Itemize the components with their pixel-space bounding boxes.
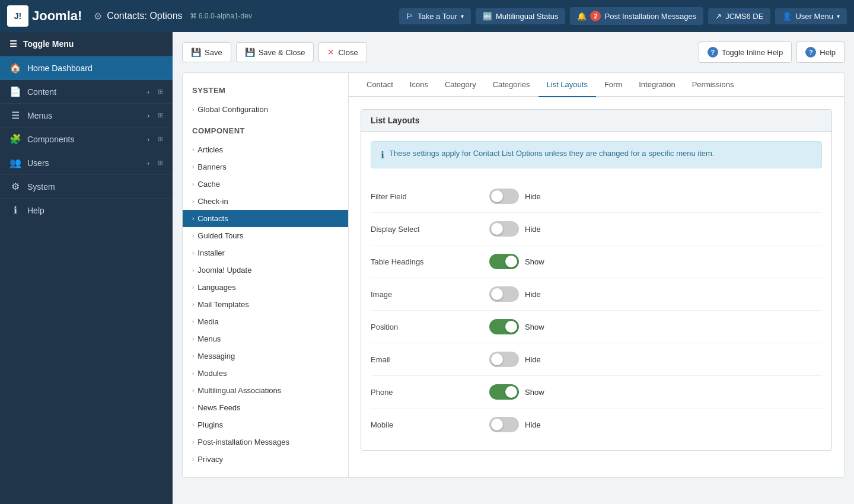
- tab-form[interactable]: Form: [596, 73, 630, 97]
- left-item-articles[interactable]: › Articles: [183, 141, 348, 158]
- chevron-right-icon: ›: [192, 336, 194, 342]
- sidebar-item-users[interactable]: 👥 Users › ⊞: [0, 151, 173, 175]
- sidebar-item-home-dashboard[interactable]: 🏠 Home Dashboard: [0, 56, 173, 80]
- toggle-phone[interactable]: [489, 384, 519, 400]
- help-icon: ?: [805, 47, 816, 58]
- chevron-right-icon: ›: [192, 198, 194, 205]
- chevron-right-icon: ›: [192, 106, 194, 113]
- grid-icon: ⊞: [158, 159, 163, 167]
- chevron-right-icon: ›: [192, 232, 194, 239]
- left-item-banners[interactable]: › Banners: [183, 158, 348, 176]
- left-item-privacy[interactable]: › Privacy: [183, 451, 348, 468]
- chevron-right-icon: ›: [192, 267, 194, 273]
- form-row-mobile: Mobile Hide: [371, 409, 822, 441]
- left-item-languages[interactable]: › Languages: [183, 279, 348, 296]
- form-row-filter-field: Filter Field Hide: [371, 180, 822, 213]
- help-circle-icon: ?: [708, 47, 718, 58]
- info-box: ℹ These settings apply for Contact List …: [371, 141, 822, 168]
- chevron-right-icon: ›: [192, 353, 194, 359]
- left-item-plugins[interactable]: › Plugins: [183, 416, 348, 433]
- sidebar-item-components[interactable]: 🧩 Components › ⊞: [0, 127, 173, 151]
- toggle-email[interactable]: [489, 352, 519, 367]
- tab-category[interactable]: Category: [436, 73, 485, 97]
- toggle-inline-help-button[interactable]: ? Toggle Inline Help: [699, 42, 792, 63]
- form-row-display-select: Display Select Hide: [371, 213, 822, 245]
- tab-contact[interactable]: Contact: [358, 73, 401, 97]
- tabs: Contact Icons Category Categories List L…: [349, 73, 844, 97]
- sidebar-item-content[interactable]: 📄 Content › ⊞: [0, 80, 173, 104]
- multilingual-icon: 🔤: [483, 12, 492, 21]
- help-button[interactable]: ? Help: [796, 42, 845, 63]
- user-menu-button[interactable]: 👤 User Menu ▾: [775, 8, 847, 24]
- left-item-multilingual-associations[interactable]: › Multilingual Associations: [183, 382, 348, 399]
- left-item-media[interactable]: › Media: [183, 313, 348, 330]
- toolbar: 💾 Save 💾 Save & Close ✕ Close ? Toggle I…: [182, 42, 845, 63]
- chevron-right-icon: ›: [192, 318, 194, 325]
- multilingual-status-button[interactable]: 🔤 Multilingual Status: [476, 8, 566, 24]
- chevron-down-icon: ▾: [461, 13, 464, 20]
- left-item-cache[interactable]: › Cache: [183, 176, 348, 193]
- component-section-title: Component: [183, 123, 348, 141]
- external-link-icon: ↗: [715, 12, 722, 21]
- left-item-check-in[interactable]: › Check-in: [183, 193, 348, 210]
- left-item-joomla-update[interactable]: › Joomla! Update: [183, 261, 348, 279]
- toggle-menu-button[interactable]: ☰ Toggle Menu: [0, 32, 173, 56]
- chevron-right-icon: ›: [192, 250, 194, 256]
- left-item-global-config[interactable]: › Global Configuration: [183, 101, 348, 118]
- left-item-menus[interactable]: › Menus: [183, 330, 348, 347]
- tab-list-layouts[interactable]: List Layouts: [538, 73, 596, 97]
- left-item-guided-tours[interactable]: › Guided Tours: [183, 227, 348, 244]
- page-title: ⚙ Contacts: Options ⌘ 6.0.0-alpha1-dev: [94, 11, 252, 22]
- grid-icon: ⊞: [158, 111, 163, 119]
- toggle-image[interactable]: [489, 286, 519, 302]
- components-icon: 🧩: [9, 133, 21, 145]
- chevron-right-icon: ›: [192, 422, 194, 428]
- left-item-contacts[interactable]: › Contacts: [183, 210, 348, 227]
- sidebar-item-help[interactable]: ℹ Help: [0, 199, 173, 222]
- tab-integration[interactable]: Integration: [630, 73, 683, 97]
- tab-categories[interactable]: Categories: [485, 73, 538, 97]
- save-close-icon: 💾: [245, 47, 255, 57]
- toggle-table-headings[interactable]: [489, 254, 519, 269]
- sidebar-item-system[interactable]: ⚙ System: [0, 175, 173, 199]
- chevron-right-icon: ›: [192, 284, 194, 291]
- users-icon: 👥: [9, 157, 21, 168]
- close-button[interactable]: ✕ Close: [318, 42, 367, 62]
- chevron-right-icon: ›: [192, 301, 194, 308]
- sidebar-item-menus[interactable]: ☰ Menus › ⊞: [0, 104, 173, 127]
- left-item-modules[interactable]: › Modules: [183, 365, 348, 382]
- tab-icons[interactable]: Icons: [401, 73, 436, 97]
- main-content: 💾 Save 💾 Save & Close ✕ Close ? Toggle I…: [173, 32, 854, 504]
- jcms-button[interactable]: ↗ JCMS6 DE: [708, 8, 770, 24]
- toggle-filter-field[interactable]: [489, 189, 519, 204]
- joomla-logo: J!: [7, 5, 28, 27]
- take-a-tour-button[interactable]: 🏳 Take a Tour ▾: [399, 8, 471, 24]
- toggle-position[interactable]: [489, 319, 519, 334]
- system-section-title: System: [183, 82, 348, 101]
- chevron-right-icon: ›: [147, 88, 149, 95]
- toggle-display-select[interactable]: [489, 221, 519, 237]
- list-layouts-panel: List Layouts ℹ These settings apply for …: [361, 109, 832, 451]
- menus-icon: ☰: [9, 110, 21, 121]
- tab-permissions[interactable]: Permissions: [684, 73, 743, 97]
- form-row-position: Position Show: [371, 311, 822, 343]
- post-installation-messages-button[interactable]: 🔔 2 Post Installation Messages: [570, 7, 703, 25]
- navbar: J! Joomla! ⚙ Contacts: Options ⌘ 6.0.0-a…: [0, 0, 854, 32]
- left-item-messaging[interactable]: › Messaging: [183, 347, 348, 365]
- content-area: System › Global Configuration Component …: [182, 72, 845, 478]
- right-panel: Contact Icons Category Categories List L…: [349, 73, 844, 477]
- bell-icon: 🔔: [577, 12, 587, 21]
- sidebar: ☰ Toggle Menu 🏠 Home Dashboard 📄 Content…: [0, 32, 173, 504]
- chevron-right-icon: ›: [192, 456, 194, 462]
- toggle-mobile[interactable]: [489, 417, 519, 432]
- left-item-installer[interactable]: › Installer: [183, 244, 348, 261]
- save-button[interactable]: 💾 Save: [182, 42, 231, 62]
- chevron-right-icon: ›: [192, 439, 194, 445]
- left-item-mail-templates[interactable]: › Mail Templates: [183, 296, 348, 313]
- brand[interactable]: J! Joomla!: [7, 5, 82, 27]
- grid-icon: ⊞: [158, 88, 163, 95]
- left-item-post-installation-messages[interactable]: › Post-installation Messages: [183, 433, 348, 451]
- chevron-right-icon: ›: [192, 146, 194, 153]
- left-item-news-feeds[interactable]: › News Feeds: [183, 399, 348, 416]
- save-close-button[interactable]: 💾 Save & Close: [236, 42, 314, 62]
